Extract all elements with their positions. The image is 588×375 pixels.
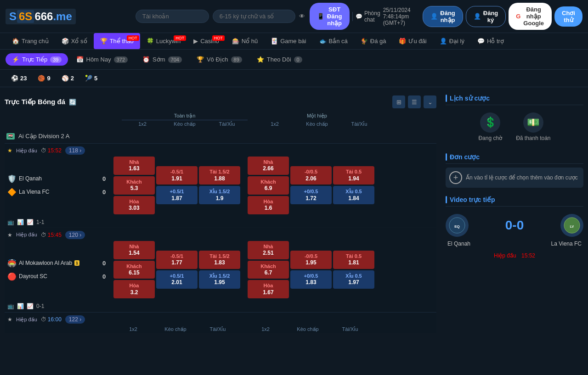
half-over-2[interactable]: Tài 0.5 1.81: [333, 251, 374, 269]
full-hcap-home-2[interactable]: -0.5/1 1.77: [156, 251, 198, 269]
tab-som[interactable]: ⏰ Sớm 704: [136, 53, 188, 66]
favorite-star-3[interactable]: ★: [7, 316, 12, 323]
play-btn[interactable]: Chơi thử: [554, 6, 582, 27]
half-handicap-col-2: -0/0.5 1.95 +0/0.5 1.83: [290, 251, 332, 289]
nav-item-trangchu[interactable]: 🏠 Trang chủ: [6, 33, 55, 49]
hiep-dau-label-1: Hiệp đầu: [16, 148, 37, 154]
match-odds-1: 🛡️ El Qanah 🔶 La Viena FC 0 0 Nh: [5, 157, 436, 217]
sport-basketball[interactable]: 🏀 9: [32, 73, 56, 84]
team2-flag: 🔶: [7, 188, 17, 196]
dang-cho-label: Đang chờ: [478, 135, 502, 141]
team1-video: EQ: [446, 214, 469, 237]
team2-video-label: La Viena FC: [551, 241, 582, 247]
video-title: Video trực tiếp: [446, 193, 583, 207]
account-input[interactable]: [136, 10, 209, 23]
view-ctrl-2[interactable]: ☰: [408, 95, 421, 108]
tab-hom-nay[interactable]: 📅 Hôm Nay 372: [70, 53, 135, 66]
full-over-2[interactable]: Tài 1.5/2 1.83: [199, 251, 240, 269]
full-draw-1[interactable]: Hòa 3.03: [113, 196, 155, 214]
half-hcap-home-1[interactable]: -0/0.5 2.06: [290, 166, 332, 185]
nav-item-casino[interactable]: ▶ Casino HOT: [187, 33, 225, 49]
half-hcap-away-1[interactable]: +0/0.5 1.72: [290, 186, 332, 204]
full-1x2-col-1: Nhà 1.63 Khách 5.3 Hòa 3.03: [113, 157, 155, 214]
sport-baseball[interactable]: ⚾ 2: [56, 73, 79, 84]
full-under-1[interactable]: Xỉu 1.5/2 1.9: [199, 186, 240, 204]
nav-item-banca[interactable]: 🐟 Bắn cá: [313, 33, 354, 49]
cock-icon: 🐓: [361, 38, 368, 45]
half-over-1[interactable]: Tài 0.5 1.94: [333, 166, 374, 185]
half-home-2[interactable]: Nhà 2.51: [248, 241, 289, 259]
header: S6S666.me 👁 📱 SĐT Đăng nhập 💬 Phòng chat…: [0, 0, 588, 33]
scores-col-2: 0 0: [96, 260, 112, 280]
nav-item-thethao[interactable]: 🏆 Thể thao HOT: [94, 33, 140, 49]
dang-cho-tab[interactable]: 💲 Đang chờ: [478, 112, 502, 141]
full-away-1[interactable]: Khách 5.3: [113, 176, 155, 195]
tv-icon-2: 📺: [7, 303, 14, 309]
phone-icon: 📱: [317, 13, 324, 20]
nav-item-gamebai[interactable]: 🃏 Game bài: [264, 33, 312, 49]
favorite-star-2[interactable]: ★: [7, 232, 12, 238]
match-row-2: ★ Hiệp đầu ⏱ 15:45 120 › 🏟️ Al Mokawloon…: [5, 228, 436, 312]
team2-flag-2: 🔴: [7, 272, 17, 281]
full-hcap-away-2[interactable]: +0.5/1 2.01: [156, 270, 198, 289]
view-ctrl-3[interactable]: ⌄: [424, 95, 436, 108]
nav-item-nohu[interactable]: 🎰 Nổ hũ: [226, 33, 264, 49]
phone-login-btn[interactable]: 📱 SĐT Đăng nhập: [310, 3, 350, 30]
google-login-btn[interactable]: G Đăng nhập Google: [509, 3, 552, 30]
team1-logo-img: EQ: [448, 217, 466, 234]
half-draw-2[interactable]: Hòa 1.67: [248, 280, 289, 298]
casino-icon: ▶: [193, 38, 198, 45]
full-draw-2[interactable]: Hòa 3.2: [113, 280, 155, 298]
add-bet-row[interactable]: + Ấn vào tỉ lệ cược để chọn thêm vào đơn…: [446, 168, 583, 188]
chart-icon-1: 📈: [27, 219, 34, 225]
full-home-1[interactable]: Nhà 1.63: [113, 157, 155, 175]
tab-theo-doi[interactable]: ⭐ Theo Dõi 0: [250, 53, 309, 66]
nav-item-xoso[interactable]: 🎲 Xổ số: [55, 33, 94, 49]
da-thanh-toan-tab[interactable]: 💵 Đã thanh toán: [516, 112, 550, 141]
half-away-2[interactable]: Khách 6.7: [248, 261, 289, 279]
hiep-dau-label-3: Hiệp đầu: [16, 317, 37, 323]
tv-icon-1: 📺: [7, 219, 14, 225]
half-under-1[interactable]: Xỉu 0.5 1.84: [333, 186, 374, 204]
video-match-time: 15:52: [521, 252, 535, 259]
full-ou-col-1: Tài 1.5/2 1.88 Xỉu 1.5/2 1.9: [199, 166, 240, 204]
favorite-star-1[interactable]: ★: [7, 147, 12, 154]
sport-tennis[interactable]: 🎾 5: [79, 73, 103, 84]
match-num-3: 122 ›: [65, 315, 85, 324]
video-score: 0-0: [505, 218, 524, 233]
register-btn[interactable]: 👤 Đăng ký: [466, 6, 506, 27]
tab-truc-tiep[interactable]: ⚡ Trực Tiếp 39: [6, 53, 68, 66]
half-home-1[interactable]: Nhà 2.66: [248, 157, 289, 175]
nav-item-uudai[interactable]: 🎁 Ưu đãi: [392, 33, 433, 49]
refresh-icon[interactable]: 🔄: [69, 99, 76, 106]
eye-icon[interactable]: 👁: [299, 13, 305, 20]
half-hcap-home-2[interactable]: -0/0.5 1.95: [290, 251, 332, 269]
team1-row: 🛡️ El Qanah: [7, 174, 95, 183]
half-hcap-away-2[interactable]: +0/0.5 1.83: [290, 270, 332, 289]
nav-item-hotro[interactable]: 💬 Hỗ trợ: [471, 33, 510, 49]
cou-label: Tài/Xỉu: [206, 121, 248, 127]
nav-item-daga[interactable]: 🐓 Đá gà: [354, 33, 393, 49]
full-away-2[interactable]: Khách 6.15: [113, 261, 155, 279]
tab-vo-dich[interactable]: 🏆 Vô Địch 89: [190, 53, 249, 66]
lich-su-cuoc-title: Lịch sử cược: [446, 92, 583, 105]
half-away-1[interactable]: Khách 6.9: [248, 176, 289, 195]
match-title: Trực Tiếp Bóng đá: [5, 98, 65, 106]
full-hcap-away-1[interactable]: +0.5/1 1.87: [156, 186, 198, 204]
full-under-2[interactable]: Xỉu 1.5/2 1.95: [199, 270, 240, 289]
full-hcap-home-1[interactable]: -0.5/1 1.91: [156, 166, 198, 185]
stats-icon-1: 📊: [17, 219, 24, 225]
sport-soccer[interactable]: ⚽ 23: [6, 73, 32, 84]
team1-row-2: 🏟️ Al Mokawloon Al Arab 1: [7, 259, 95, 268]
match-info-3: ★ Hiệp đầu ⏱ 16:00 122 ›: [5, 312, 436, 325]
login-btn[interactable]: 👤 Đăng nhập: [423, 6, 463, 27]
half-under-2[interactable]: Xỉu 0.5 1.97: [333, 270, 374, 289]
password-input[interactable]: [213, 10, 295, 23]
full-home-2[interactable]: Nhà 1.54: [113, 241, 155, 259]
nav-item-luckywin[interactable]: 🍀 Luckywin HOT: [140, 33, 187, 49]
half-draw-1[interactable]: Hòa 1.6: [248, 196, 289, 214]
team1-video-label: El Qanah: [447, 241, 470, 247]
full-over-1[interactable]: Tài 1.5/2 1.88: [199, 166, 240, 185]
nav-item-daily[interactable]: 👤 Đại lý: [433, 33, 471, 49]
view-ctrl-1[interactable]: ⊞: [392, 95, 405, 108]
